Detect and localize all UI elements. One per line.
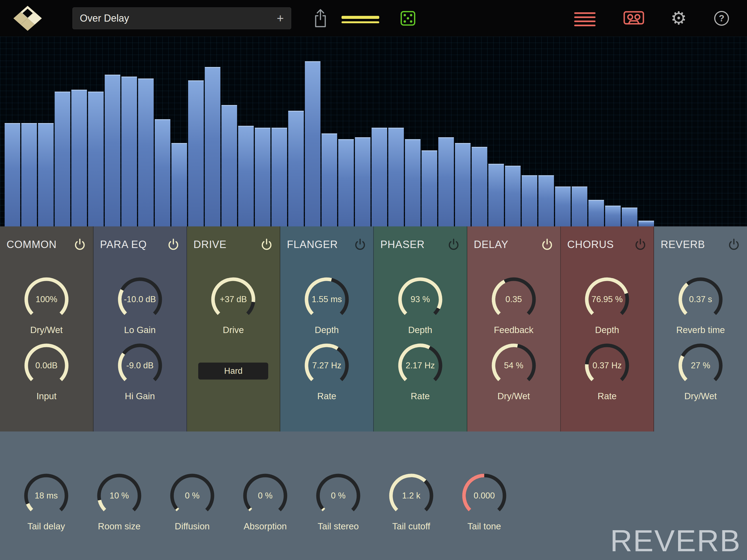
power-button[interactable]	[73, 238, 86, 251]
analyzer-bars	[5, 36, 654, 226]
knob-tail-tone[interactable]: 0.000 Tail tone	[461, 473, 508, 532]
knob-rate[interactable]: 0.37 Hz Rate	[584, 342, 630, 401]
knob-tail-cutoff[interactable]: 1.2 k Tail cutoff	[388, 473, 435, 532]
knob-feedback[interactable]: 0.35 Feedback	[491, 276, 537, 335]
knob-depth[interactable]: 76.95 % Depth	[584, 276, 630, 335]
knob-label: Depth	[595, 325, 619, 335]
spectrum-bar	[205, 67, 221, 226]
power-button[interactable]	[727, 238, 741, 251]
knob-dry-wet[interactable]: 54 % Dry/Wet	[491, 342, 537, 401]
knob-value: 0.37 s	[677, 276, 724, 323]
knob-depth[interactable]: 93 % Depth	[397, 276, 443, 335]
knob-rate[interactable]: 2.17 Hz Rate	[397, 342, 443, 401]
recorder-button[interactable]	[623, 10, 644, 27]
module-delay: DELAY 0.35 Feedback 54 % Dry/Wet	[467, 226, 561, 432]
knob-label: Diffusion	[175, 521, 210, 532]
power-icon	[354, 238, 367, 251]
panel-watermark: REVERB	[610, 526, 741, 556]
spectrum-bar	[121, 77, 137, 226]
knob-label: Dry/Wet	[685, 391, 717, 401]
module-title: DELAY	[474, 239, 509, 251]
knob-label: Dry/Wet	[497, 391, 530, 401]
dice-icon	[400, 24, 416, 28]
power-button[interactable]	[634, 238, 647, 251]
power-icon	[260, 238, 273, 251]
knob-diffusion[interactable]: 0 % Diffusion	[169, 473, 215, 532]
knob-label: Reverb time	[676, 325, 725, 335]
spectrum-bar	[522, 175, 537, 226]
spectrum-bar	[71, 90, 87, 226]
knob-input[interactable]: 0.0dB Input	[23, 342, 70, 401]
spectrum-bar	[5, 123, 20, 226]
effect-module-strip: COMMON 100% Dry/Wet 0.0dB Input PARA EQ	[0, 226, 747, 432]
spectrum-bar	[138, 78, 154, 226]
module-title: PARA EQ	[100, 239, 147, 251]
power-button[interactable]	[260, 238, 273, 251]
power-button[interactable]	[167, 238, 180, 251]
spectrum-bar	[438, 137, 454, 226]
knob-absorption[interactable]: 0 % Absorption	[242, 473, 288, 532]
spectrum-bar	[105, 75, 120, 226]
knob-room-size[interactable]: 10 % Room size	[96, 473, 143, 532]
spectrum-bar	[288, 111, 304, 226]
spectrum-bar	[321, 133, 337, 226]
knob-value: 54 %	[491, 342, 537, 389]
spectrum-analyzer	[0, 36, 747, 226]
knob-tail-stereo[interactable]: 0 % Tail stereo	[315, 473, 361, 532]
knob-rate[interactable]: 7.27 Hz Rate	[304, 342, 350, 401]
knob-label: Feedback	[494, 325, 534, 335]
app-logo-icon	[14, 5, 42, 31]
spectrum-bar	[255, 128, 271, 226]
preset-name: Over Delay	[80, 12, 129, 24]
module-title: CHORUS	[567, 239, 614, 251]
spectrum-bar	[172, 143, 187, 226]
knob-value: 0 %	[242, 473, 288, 519]
spectrum-bar	[639, 221, 654, 226]
knob-tail-delay[interactable]: 18 ms Tail delay	[23, 473, 70, 532]
power-icon	[73, 238, 86, 251]
module-para-eq: PARA EQ -10.0 dB Lo Gain -9.0 dB Hi Gain	[94, 226, 187, 432]
knob-value: +37 dB	[210, 276, 256, 323]
power-button[interactable]	[354, 238, 367, 251]
share-button[interactable]	[312, 9, 328, 28]
preset-selector[interactable]: Over Delay +	[73, 7, 291, 29]
knob-label: Rate	[317, 391, 336, 401]
knob-depth[interactable]: 1.55 ms Depth	[304, 276, 350, 335]
level-bars-icon	[341, 16, 379, 23]
knob-value: 0.35	[491, 276, 537, 323]
knob-label: Rate	[411, 391, 430, 401]
module-title: COMMON	[6, 239, 57, 251]
power-icon	[727, 238, 741, 251]
spectrum-bar	[588, 200, 604, 226]
spectrum-bar	[472, 147, 487, 226]
module-title: FLANGER	[287, 239, 338, 251]
knob-hi-gain[interactable]: -9.0 dB Hi Gain	[117, 342, 163, 401]
knob-drive[interactable]: +37 dB Drive	[210, 276, 256, 335]
power-button[interactable]	[541, 238, 554, 251]
top-toolbar: Over Delay +	[0, 0, 747, 36]
spectrum-bar	[388, 128, 404, 226]
spectrum-bar	[355, 137, 370, 226]
power-button[interactable]	[447, 238, 460, 251]
knob-dry-wet[interactable]: 100% Dry/Wet	[23, 276, 70, 335]
spectrum-bar	[555, 186, 571, 226]
add-preset-button[interactable]: +	[277, 12, 284, 24]
spectrum-bar	[338, 139, 354, 226]
knob-reverb-time[interactable]: 0.37 s Reverb time	[677, 276, 724, 335]
settings-button[interactable]: ⚙	[669, 7, 689, 29]
menu-button[interactable]	[574, 11, 595, 27]
knob-lo-gain[interactable]: -10.0 dB Lo Gain	[117, 276, 163, 335]
knob-value: 100%	[23, 276, 70, 323]
module-chorus: CHORUS 76.95 % Depth 0.37 Hz Rate	[561, 226, 654, 432]
knob-value: 0.000	[461, 473, 508, 519]
knob-label: Dry/Wet	[30, 325, 63, 335]
drive-mode-button[interactable]: Hard	[198, 362, 268, 380]
knob-value: 1.55 ms	[304, 276, 350, 323]
power-icon	[541, 238, 554, 251]
randomize-button[interactable]	[400, 10, 416, 27]
knob-label: Depth	[315, 325, 339, 335]
help-button[interactable]: ?	[714, 11, 729, 26]
level-meter-button[interactable]	[341, 15, 379, 24]
knob-dry-wet[interactable]: 27 % Dry/Wet	[677, 342, 724, 401]
knob-value: 27 %	[677, 342, 724, 389]
